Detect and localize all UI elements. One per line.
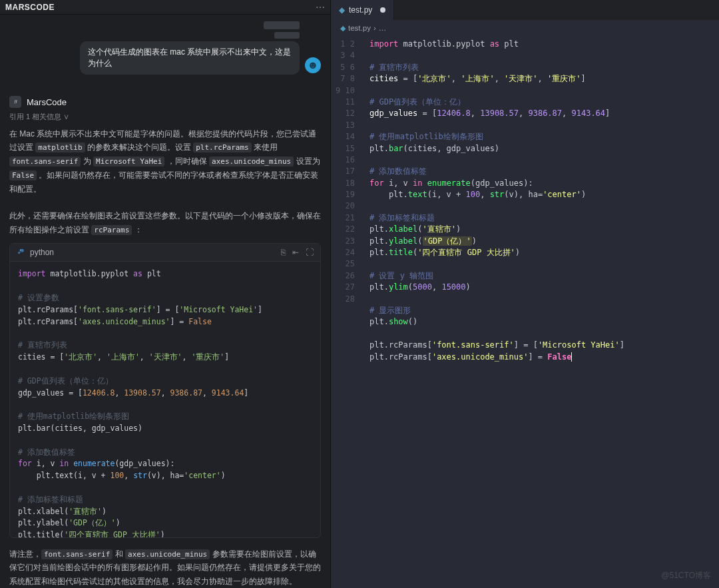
user-message-row: 这个代码生成的图表在 mac 系统中展示不出来中文，这是为什么 ☻ xyxy=(9,21,321,75)
user-bubble: 这个代码生成的图表在 mac 系统中展示不出来中文，这是为什么 xyxy=(80,41,300,75)
inline-code: plt.rcParams xyxy=(193,143,251,152)
brand-label: MARSCODE xyxy=(5,3,55,12)
bot-logo-icon: 〃 xyxy=(9,96,21,108)
tab-bar: ◆ test.py xyxy=(331,0,719,20)
python-file-icon: ◆ xyxy=(340,24,346,33)
inline-code: False xyxy=(9,170,37,180)
insert-icon[interactable]: ⇤ xyxy=(292,248,299,257)
bot-reply: 在 Mac 系统中展示不出来中文可能是字体的问题。根据您提供的代码片段，您已尝试… xyxy=(0,127,330,236)
tab-label: test.py xyxy=(349,5,372,15)
editor[interactable]: 1 2 3 4 5 6 7 8 9 10 11 12 13 14 15 16 1… xyxy=(331,36,719,588)
redacted-blocks xyxy=(264,21,300,39)
bot-name: MarsCode xyxy=(27,97,67,107)
code-content[interactable]: import matplotlib.pyplot as plt # 设置参数 p… xyxy=(10,262,320,537)
editor-content[interactable]: import matplotlib.pyplot as plt # 直辖市列表 … xyxy=(364,36,719,588)
dirty-indicator-icon xyxy=(380,7,385,13)
citation-toggle[interactable]: 引用 1 相关信息 ∨ xyxy=(0,112,330,122)
user-text: 这个代码生成的图表在 mac 系统中展示不出来中文，这是为什么 xyxy=(88,47,291,68)
watermark: @51CTO博客 xyxy=(661,570,711,581)
inline-code: axes.unicode_minus xyxy=(209,156,294,166)
svg-point-0 xyxy=(20,250,21,250)
inline-code: font.sans-serif xyxy=(9,156,81,166)
chat-header: MARSCODE ⋯ xyxy=(0,0,330,15)
inline-code: Microsoft YaHei xyxy=(93,156,164,166)
line-gutter: 1 2 3 4 5 6 7 8 9 10 11 12 13 14 15 16 1… xyxy=(331,36,364,588)
inline-code: rcParams xyxy=(91,225,132,235)
code-block: python ⎘ ⇤ ⛶ import matplotlib.pyplot as… xyxy=(9,243,321,537)
user-avatar-icon: ☻ xyxy=(305,57,321,73)
inline-code: axes.unicode_minus xyxy=(125,549,210,559)
inline-code: matplotlib xyxy=(35,143,85,152)
chat-panel: MARSCODE ⋯ 这个代码生成的图表在 mac 系统中展示不出来中文，这是为… xyxy=(0,0,331,588)
bot-footer: 请注意，font.sans-serif 和 axes.unicode_minus… xyxy=(0,547,330,588)
editor-panel: ◆ test.py ◆ test.py › … 1 2 3 4 5 6 7 8 … xyxy=(331,0,719,588)
code-lang-label: python xyxy=(30,248,54,257)
copy-icon[interactable]: ⎘ xyxy=(281,248,286,257)
more-icon[interactable]: ⋯ xyxy=(316,2,325,13)
tab-testpy[interactable]: ◆ test.py xyxy=(331,0,394,20)
python-icon xyxy=(17,248,26,257)
breadcrumb[interactable]: ◆ test.py › … xyxy=(331,20,719,36)
inline-code: font.sans-serif xyxy=(41,549,113,559)
expand-icon[interactable]: ⛶ xyxy=(306,248,314,257)
python-file-icon: ◆ xyxy=(339,5,345,15)
